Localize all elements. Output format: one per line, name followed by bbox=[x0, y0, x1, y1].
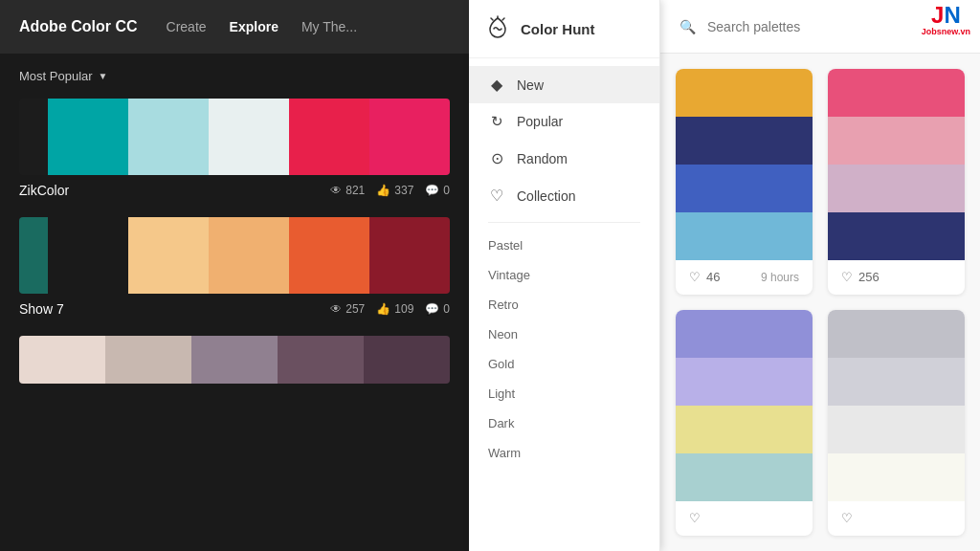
tag-vintage[interactable]: Vintage bbox=[469, 260, 659, 290]
eye-icon: 👁 bbox=[330, 184, 342, 197]
view-stat: 👁 257 bbox=[330, 302, 365, 316]
heart-like-icon: ♡ bbox=[689, 511, 701, 525]
palette-strips-2 bbox=[19, 217, 450, 294]
svg-line-0 bbox=[491, 18, 493, 20]
heart-like-icon: ♡ bbox=[841, 270, 853, 284]
target-icon: ⊙ bbox=[488, 149, 505, 167]
jn-logo: JN bbox=[922, 4, 970, 27]
nav-popular[interactable]: ↻ Popular bbox=[469, 103, 659, 140]
colorhunt-nav: ◆ New ↻ Popular ⊙ Random ♡ Collection Pa… bbox=[469, 58, 659, 475]
adobe-panel: Adobe Color CC Create Explore My The... … bbox=[0, 0, 469, 551]
color-block bbox=[828, 117, 965, 165]
palettes-header: 🔍 JN Jobsnew.vn bbox=[660, 0, 980, 54]
jn-tagline: Jobsnew.vn bbox=[922, 27, 970, 36]
color-strip bbox=[128, 217, 209, 294]
nav-new-label: New bbox=[517, 77, 544, 93]
color-strip bbox=[19, 217, 48, 294]
palettes-panel: 🔍 JN Jobsnew.vn ♡ 46 9 hours bbox=[660, 0, 980, 551]
color-block bbox=[676, 69, 813, 117]
color-block bbox=[828, 212, 965, 260]
like-button-2[interactable]: ♡ 256 bbox=[841, 270, 880, 284]
color-strip bbox=[289, 217, 369, 294]
color-block bbox=[828, 310, 965, 358]
filter-arrow-icon: ▼ bbox=[99, 71, 108, 81]
nav-mythemes[interactable]: My The... bbox=[301, 19, 357, 34]
like-button-1[interactable]: ♡ 46 bbox=[689, 270, 720, 284]
svg-line-1 bbox=[502, 18, 504, 20]
palette-name-1: ZikColor bbox=[19, 183, 69, 198]
color-block bbox=[676, 117, 813, 165]
color-block bbox=[676, 310, 813, 358]
tag-gold[interactable]: Gold bbox=[469, 349, 659, 379]
palette-footer-3: ♡ bbox=[676, 501, 813, 535]
heart-like-icon: ♡ bbox=[841, 511, 853, 525]
palette-footer-4: ♡ bbox=[828, 501, 965, 535]
palette-footer-2: ♡ 256 bbox=[828, 260, 965, 294]
tag-warm[interactable]: Warm bbox=[469, 438, 659, 468]
diamond-icon: ◆ bbox=[488, 76, 505, 94]
like-count-2: 256 bbox=[858, 270, 880, 284]
nav-divider bbox=[488, 222, 640, 223]
comment-icon: 💬 bbox=[425, 184, 439, 197]
color-strip bbox=[19, 99, 48, 175]
nav-collection-label: Collection bbox=[517, 188, 575, 204]
color-block bbox=[828, 406, 965, 453]
like-button-4[interactable]: ♡ bbox=[841, 511, 853, 525]
colorhunt-logo-icon bbox=[484, 15, 511, 42]
nav-popular-label: Popular bbox=[517, 114, 563, 129]
nav-create[interactable]: Create bbox=[167, 19, 207, 34]
tag-neon[interactable]: Neon bbox=[469, 320, 659, 349]
tag-dark[interactable]: Dark bbox=[469, 408, 659, 438]
palette-stats-2: 👁 257 👍 109 💬 0 bbox=[330, 302, 450, 316]
like-count: 109 bbox=[394, 302, 413, 316]
thumb-icon: 👍 bbox=[376, 184, 390, 197]
view-count: 257 bbox=[345, 302, 365, 316]
colorhunt-title: Color Hunt bbox=[521, 21, 594, 37]
color-strip bbox=[369, 217, 450, 294]
filter-label[interactable]: Most Popular bbox=[19, 69, 93, 83]
tag-pastel[interactable]: Pastel bbox=[469, 231, 659, 260]
nav-collection[interactable]: ♡ Collection bbox=[469, 177, 659, 214]
thumb-icon: 👍 bbox=[376, 302, 390, 316]
color-strip bbox=[289, 99, 369, 175]
comment-count: 0 bbox=[443, 184, 450, 197]
palette-strips-1 bbox=[19, 99, 450, 175]
like-stat: 👍 109 bbox=[376, 302, 413, 316]
colorhunt-panel: Color Hunt ◆ New ↻ Popular ⊙ Random ♡ Co… bbox=[469, 0, 660, 551]
like-button-3[interactable]: ♡ bbox=[689, 511, 701, 525]
nav-random-label: Random bbox=[517, 151, 568, 166]
adobe-nav: Create Explore My The... bbox=[167, 19, 357, 34]
adobe-header: Adobe Color CC Create Explore My The... bbox=[0, 0, 469, 54]
nav-new[interactable]: ◆ New bbox=[469, 66, 659, 103]
palette-strips-3 bbox=[19, 336, 450, 384]
palette-stats-1: 👁 821 👍 337 💬 0 bbox=[330, 184, 450, 197]
comment-stat: 💬 0 bbox=[425, 184, 450, 197]
view-stat: 👁 821 bbox=[330, 184, 365, 197]
palette-colors-1 bbox=[676, 69, 813, 260]
palette-card-2: Show 7 👁 257 👍 109 💬 0 bbox=[19, 217, 450, 317]
heart-icon: ♡ bbox=[488, 187, 505, 205]
tag-retro[interactable]: Retro bbox=[469, 290, 659, 320]
like-count-1: 46 bbox=[706, 270, 720, 284]
color-strip bbox=[209, 217, 289, 294]
color-strip bbox=[369, 99, 450, 175]
palette-colors-3 bbox=[676, 310, 813, 501]
color-block bbox=[828, 165, 965, 212]
filter-bar: Most Popular ▼ bbox=[19, 69, 450, 83]
colorhunt-header: Color Hunt bbox=[469, 0, 659, 58]
adobe-content: Most Popular ▼ ZikColor 👁 821 bbox=[0, 54, 469, 551]
color-block bbox=[676, 453, 813, 501]
color-strip bbox=[128, 99, 209, 175]
palette-card-right-4: ♡ bbox=[828, 310, 965, 536]
color-strip bbox=[364, 336, 450, 384]
comment-count: 0 bbox=[443, 302, 450, 316]
color-block bbox=[828, 69, 965, 117]
comment-stat: 💬 0 bbox=[425, 302, 450, 316]
nav-explore[interactable]: Explore bbox=[230, 19, 278, 34]
nav-random[interactable]: ⊙ Random bbox=[469, 140, 659, 177]
tag-light[interactable]: Light bbox=[469, 379, 659, 408]
adobe-logo: Adobe Color CC bbox=[19, 18, 138, 35]
jobsnew-watermark: JN Jobsnew.vn bbox=[922, 4, 970, 36]
palette-colors-2 bbox=[828, 69, 965, 260]
color-strip bbox=[48, 217, 128, 294]
